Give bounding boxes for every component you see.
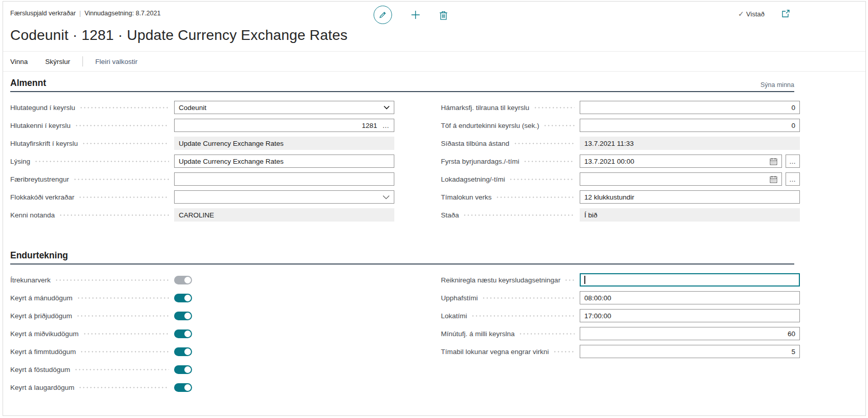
parameter-string-input[interactable] <box>174 172 394 186</box>
field-row: Töf á endurtekinni keyrslu (sek.) 0 <box>441 119 800 132</box>
toggle-knob <box>184 295 191 301</box>
toggle-knob <box>184 384 191 391</box>
section-header-endurtekning[interactable]: Endurtekning <box>10 250 794 265</box>
context-caption[interactable]: Færsluspjald verkraðar <box>10 10 76 17</box>
endurtekning-left-column: Ítrekunarverk Keyrt á mánudögum <box>10 273 394 399</box>
dotted-leader <box>79 101 169 114</box>
chevron-down-icon[interactable] <box>383 195 390 200</box>
section-endurtekning: Endurtekning Ítrekunarverk <box>10 250 794 399</box>
dotted-leader <box>80 345 169 358</box>
system-top-bar: Færsluspjald verkraðar | Vinnudagsetning… <box>3 2 865 25</box>
menu-item-vinna[interactable]: Vinna <box>10 58 28 65</box>
object-type-to-run-select[interactable]: Codeunit <box>174 101 394 114</box>
menu-divider <box>82 56 83 67</box>
field-row: Keyrt á fimmtudögum <box>10 345 394 358</box>
field-value: Í bið <box>584 211 795 219</box>
field-label: Lokatími <box>441 312 467 320</box>
description-input[interactable]: Update Currency Exchange Rates <box>174 155 394 168</box>
trash-icon <box>439 10 448 20</box>
starting-time-input[interactable]: 08:00:00 <box>580 291 800 304</box>
next-run-date-formula-input[interactable] <box>580 273 800 287</box>
dotted-leader <box>78 190 169 204</box>
run-on-saturdays-toggle[interactable] <box>174 383 192 392</box>
input-value: Update Currency Exchange Rates <box>179 158 390 165</box>
earliest-start-datetime-input[interactable]: 13.7.2021 00:00 <box>580 155 782 168</box>
field-label: Lokadagsetning/-tími <box>441 175 505 183</box>
field-label: Keyrt á laugardögum <box>10 384 74 391</box>
field-label: Keyrt á þriðjudögum <box>10 312 72 320</box>
input-value: 13.7.2021 00:00 <box>584 158 766 165</box>
almennt-left-column: Hlutategund í keyrslu Codeunit Hlutakenn… <box>10 101 394 226</box>
saved-status: ✓ Vistað <box>738 10 765 18</box>
job-queue-category-combobox[interactable] <box>174 190 394 204</box>
input-value: 0 <box>584 104 795 112</box>
new-button[interactable] <box>411 10 421 20</box>
dotted-leader <box>463 208 575 222</box>
toggle-knob <box>184 313 191 319</box>
inactivity-timeout-input[interactable]: 5 <box>580 345 800 358</box>
run-on-tuesdays-toggle[interactable] <box>174 312 192 320</box>
input-value: 60 <box>584 330 795 338</box>
section-title: Endurtekning <box>10 250 68 261</box>
work-date-label: Vinnudagsetning: 8.7.2021 <box>84 10 161 17</box>
field-label: Færibreytustrengur <box>10 175 69 183</box>
show-less-link[interactable]: Sýna minna <box>760 81 794 89</box>
field-label: Hlutayfirskrift í keyrslu <box>10 140 78 147</box>
field-row: Keyrt á föstudögum <box>10 363 394 376</box>
dotted-leader <box>55 273 169 287</box>
dotted-leader <box>78 381 169 394</box>
earliest-start-datetime-control: 13.7.2021 00:00 <box>580 155 800 168</box>
field-row: Hámarksfj. tilrauna til keyrslu 0 <box>441 101 800 114</box>
field-label: Upphafstími <box>441 294 478 302</box>
edit-button[interactable] <box>374 6 392 24</box>
toggle-knob <box>184 348 191 355</box>
calendar-icon[interactable] <box>770 158 777 165</box>
assist-edit-button[interactable]: … <box>786 172 800 186</box>
field-row: Hlutategund í keyrslu Codeunit <box>10 101 394 114</box>
last-ready-state-field: 13.7.2021 11:33 <box>580 137 800 150</box>
dotted-leader <box>74 363 169 376</box>
field-label: Töf á endurtekinni keyrslu (sek.) <box>441 122 539 129</box>
open-in-new-window-button[interactable] <box>781 10 790 18</box>
object-id-to-run-input[interactable]: 1281 … <box>174 119 394 132</box>
input-value: 5 <box>584 348 795 356</box>
field-row: Hlutayfirskrift í keyrslu Update Currenc… <box>10 137 394 150</box>
delete-button[interactable] <box>439 10 448 20</box>
run-on-fridays-toggle[interactable] <box>174 365 192 374</box>
field-row: Tímalokun verks 12 klukkustundir <box>441 190 800 204</box>
assist-edit-icon[interactable]: … <box>383 122 390 129</box>
run-on-thursdays-toggle[interactable] <box>174 347 192 356</box>
max-attempts-to-run-input[interactable]: 0 <box>580 101 800 114</box>
rerun-delay-input[interactable]: 0 <box>580 119 800 132</box>
run-on-mondays-toggle[interactable] <box>174 294 192 302</box>
recurring-job-toggle <box>174 276 192 284</box>
input-value: 17:00:00 <box>584 312 795 320</box>
dotted-leader <box>543 119 575 132</box>
expiration-datetime-input[interactable] <box>580 172 782 186</box>
select-value: Codeunit <box>179 104 379 112</box>
field-label: Tímalokun verks <box>441 193 492 201</box>
field-row: Reikniregla næstu keyrsludagsetningar <box>441 273 800 287</box>
assist-edit-button[interactable]: … <box>786 155 800 168</box>
more-options-button[interactable]: Fleiri valkostir <box>95 58 138 65</box>
section-header-almennt[interactable]: Almennt Sýna minna <box>10 78 794 92</box>
field-row: Upphafstími 08:00:00 <box>441 291 800 304</box>
saved-label: Vistað <box>746 10 765 18</box>
calendar-icon[interactable] <box>770 175 777 183</box>
input-value: 12 klukkustundir <box>584 193 795 201</box>
dotted-leader <box>509 172 575 186</box>
dotted-leader <box>534 101 575 114</box>
breadcrumb: Færsluspjald verkraðar | Vinnudagsetning… <box>10 10 161 17</box>
menu-item-skyrslur[interactable]: Skýrslur <box>45 58 70 65</box>
field-row: Keyrt á mánudögum <box>10 291 394 304</box>
toggle-knob <box>184 331 191 337</box>
minutes-between-runs-input[interactable]: 60 <box>580 327 800 340</box>
run-on-wednesdays-toggle[interactable] <box>174 329 192 338</box>
section-almennt: Almennt Sýna minna Hlutategund í keyrslu… <box>10 78 794 226</box>
dotted-leader <box>83 327 169 340</box>
ending-time-input[interactable]: 17:00:00 <box>580 309 800 322</box>
almennt-right-column: Hámarksfj. tilrauna til keyrslu 0 Töf á … <box>441 101 800 226</box>
job-timeout-input[interactable]: 12 klukkustundir <box>580 190 800 204</box>
dotted-leader <box>553 345 575 358</box>
field-row: Lýsing Update Currency Exchange Rates <box>10 155 394 168</box>
